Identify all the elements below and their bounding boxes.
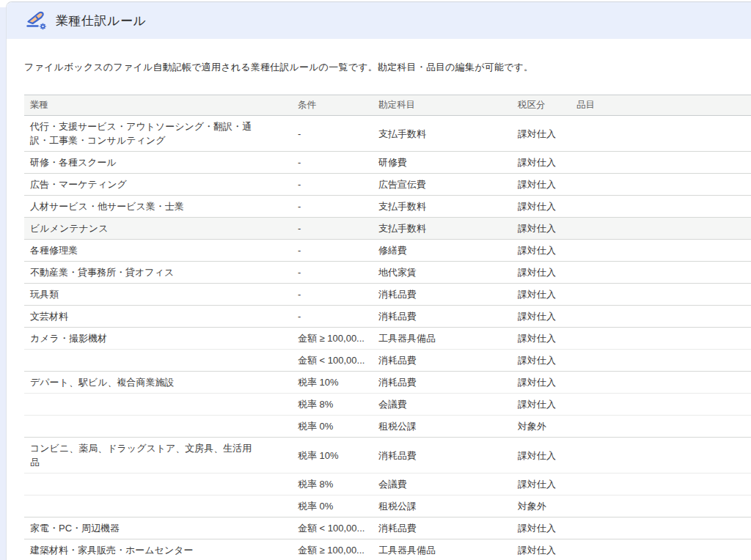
cell-tax: 課対仕入 [512, 240, 571, 262]
cell-item[interactable] [571, 416, 751, 438]
cell-account[interactable]: 会議費 [373, 474, 512, 495]
cell-account[interactable]: 消耗品費 [373, 284, 512, 306]
cell-industry: 人材サービス・他サービス業・士業 [24, 196, 292, 218]
cell-account[interactable]: 支払手数料 [373, 218, 512, 240]
cell-condition: 金額 < 100,00... [292, 350, 373, 372]
cell-tax: 課対仕入 [512, 328, 571, 350]
table-row[interactable]: デパート、駅ビル、複合商業施設税率 10%消耗品費課対仕入 [24, 372, 751, 394]
cell-account[interactable]: 工具器具備品 [373, 328, 512, 350]
cell-item[interactable] [571, 152, 751, 174]
industry-text: 建築材料・家具販売・ホームセンター [30, 543, 259, 557]
cell-condition: - [292, 284, 373, 306]
table-row[interactable]: 研修・各種スクール-研修費課対仕入 [24, 152, 751, 174]
cell-account[interactable]: 消耗品費 [373, 372, 512, 394]
cell-account[interactable]: 消耗品費 [373, 350, 512, 372]
cell-industry: 研修・各種スクール [24, 152, 292, 174]
table-row[interactable]: 金額 < 100,00...消耗品費課対仕入 [24, 350, 751, 372]
cell-item[interactable] [571, 262, 751, 284]
cell-item[interactable] [571, 350, 751, 372]
cell-tax: 課対仕入 [512, 438, 571, 474]
table-row[interactable]: 税率 0%租税公課対象外 [24, 416, 751, 438]
cell-account[interactable]: 研修費 [373, 152, 512, 174]
table-row[interactable]: 玩具類-消耗品費課対仕入 [24, 284, 751, 306]
cell-account[interactable]: 工具器具備品 [373, 539, 512, 560]
cell-tax: 課対仕入 [512, 306, 571, 328]
cell-condition: 金額 < 100,00... [292, 517, 373, 539]
page-title: 業種仕訳ルール [56, 12, 146, 29]
table-row[interactable]: カメラ・撮影機材金額 ≥ 100,00...工具器具備品課対仕入 [24, 328, 751, 350]
cell-account[interactable]: 消耗品費 [373, 306, 512, 328]
journal-rule-pen-gear-icon [26, 10, 48, 31]
cell-account[interactable]: 修繕費 [373, 240, 512, 262]
cell-tax: 課対仕入 [512, 116, 571, 152]
industry-rules-table: 業種 条件 勘定科目 税区分 品目 代行・支援サービス・アウトソーシング・翻訳・… [24, 95, 751, 560]
cell-item[interactable] [571, 284, 751, 306]
table-row[interactable]: 各種修理業-修繕費課対仕入 [24, 240, 751, 262]
cell-item[interactable] [571, 218, 751, 240]
cell-item[interactable] [571, 539, 751, 560]
cell-item[interactable] [571, 240, 751, 262]
cell-account[interactable]: 租税公課 [373, 416, 512, 438]
cell-tax: 課対仕入 [512, 350, 571, 372]
table-row[interactable]: 税率 0%租税公課対象外 [24, 495, 751, 517]
panel-header: 業種仕訳ルール [7, 2, 751, 39]
cell-account[interactable]: 地代家賃 [373, 262, 512, 284]
table-row[interactable]: 税率 8%会議費課対仕入 [24, 394, 751, 416]
cell-industry [24, 416, 292, 438]
table-row[interactable]: 建築材料・家具販売・ホームセンター金額 ≥ 100,00...工具器具備品課対仕… [24, 539, 751, 560]
cell-account[interactable]: 消耗品費 [373, 517, 512, 539]
cell-industry: ビルメンテナンス [24, 218, 292, 240]
table-row[interactable]: 家電・PC・周辺機器金額 < 100,00...消耗品費課対仕入 [24, 517, 751, 539]
industry-text: カメラ・撮影機材 [30, 331, 259, 345]
cell-item[interactable] [571, 517, 751, 539]
cell-condition: 税率 10% [292, 438, 373, 474]
cell-account[interactable]: 会議費 [373, 394, 512, 416]
cell-account[interactable]: 広告宣伝費 [373, 174, 512, 196]
cell-tax: 課対仕入 [512, 517, 571, 539]
table-row[interactable]: 文芸材料-消耗品費課対仕入 [24, 306, 751, 328]
cell-industry: デパート、駅ビル、複合商業施設 [24, 372, 292, 394]
cell-industry: 文芸材料 [24, 306, 292, 328]
industry-text: ビルメンテナンス [30, 221, 259, 235]
cell-item[interactable] [571, 394, 751, 416]
cell-condition: - [292, 240, 373, 262]
cell-tax: 課対仕入 [512, 284, 571, 306]
cell-condition: 税率 0% [292, 416, 373, 438]
cell-tax: 課対仕入 [512, 174, 571, 196]
table-row[interactable]: 代行・支援サービス・アウトソーシング・翻訳・通訳・工事業・コンサルティング-支払… [24, 116, 751, 152]
cell-condition: - [292, 116, 373, 152]
cell-industry [24, 350, 292, 372]
table-row[interactable]: ビルメンテナンス-支払手数料課対仕入 [24, 218, 751, 240]
industry-text: 人材サービス・他サービス業・士業 [30, 199, 259, 213]
cell-item[interactable] [571, 438, 751, 474]
cell-item[interactable] [571, 328, 751, 350]
table-row[interactable]: 広告・マーケティング-広告宣伝費課対仕入 [24, 174, 751, 196]
cell-item[interactable] [571, 116, 751, 152]
column-header-industry: 業種 [24, 95, 292, 116]
cell-tax: 課対仕入 [512, 394, 571, 416]
cell-item[interactable] [571, 306, 751, 328]
cell-item[interactable] [571, 174, 751, 196]
cell-condition: 税率 10% [292, 372, 373, 394]
cell-account[interactable]: 支払手数料 [373, 196, 512, 218]
cell-condition: - [292, 262, 373, 284]
cell-account[interactable]: 支払手数料 [373, 116, 512, 152]
cell-account[interactable]: 消耗品費 [373, 438, 512, 474]
cell-condition: 金額 ≥ 100,00... [292, 328, 373, 350]
table-header: 業種 条件 勘定科目 税区分 品目 [24, 95, 751, 116]
cell-item[interactable] [571, 495, 751, 517]
table-row[interactable]: 不動産業・貸事務所・貸オフィス-地代家賃課対仕入 [24, 262, 751, 284]
cell-tax: 課対仕入 [512, 196, 571, 218]
cell-item[interactable] [571, 474, 751, 495]
cell-account[interactable]: 租税公課 [373, 495, 512, 517]
cell-condition: - [292, 174, 373, 196]
cell-tax: 課対仕入 [512, 539, 571, 560]
table-row[interactable]: 人材サービス・他サービス業・士業-支払手数料課対仕入 [24, 196, 751, 218]
industry-text: 研修・各種スクール [30, 155, 259, 169]
cell-condition: - [292, 196, 373, 218]
column-header-account: 勘定科目 [373, 95, 512, 116]
cell-item[interactable] [571, 372, 751, 394]
table-row[interactable]: 税率 8%会議費課対仕入 [24, 474, 751, 495]
cell-item[interactable] [571, 196, 751, 218]
table-row[interactable]: コンビニ、薬局、ドラッグストア、文房具、生活用品税率 10%消耗品費課対仕入 [24, 438, 751, 474]
